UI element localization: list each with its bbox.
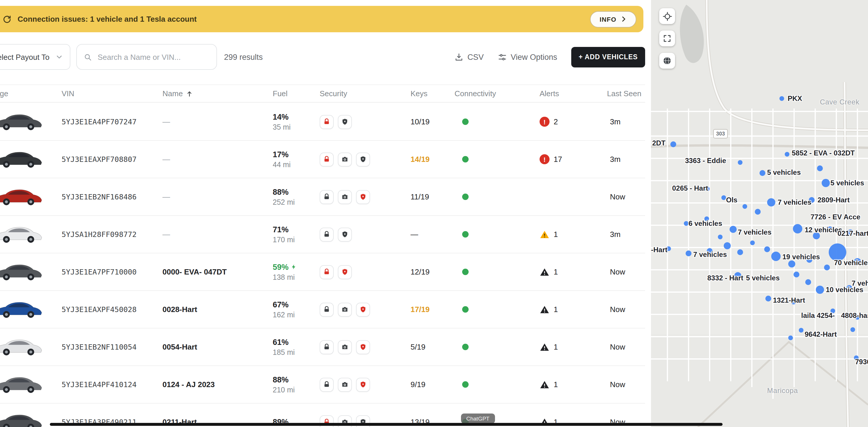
vehicle-cluster-dot[interactable] xyxy=(794,272,799,277)
vehicle-cluster-dot[interactable] xyxy=(788,261,795,268)
table-row[interactable]: 5YJ3E1EB2NF168486—88%252 mi11/19Now xyxy=(0,178,645,216)
lock-icon[interactable] xyxy=(320,152,334,166)
vehicle-cluster-dot[interactable] xyxy=(743,204,747,209)
info-button[interactable]: INFO xyxy=(590,11,636,27)
map-vehicle-label[interactable]: 4808-hart xyxy=(841,311,868,320)
vehicle-cluster-dot[interactable] xyxy=(805,279,811,285)
vehicle-cluster-dot[interactable] xyxy=(686,250,691,256)
map-vehicle-label[interactable]: 2809-Hart xyxy=(817,196,849,204)
map-vehicle-label[interactable]: 1321-Hart xyxy=(773,296,805,304)
lock-icon[interactable] xyxy=(320,115,334,129)
error-badge-icon: ! xyxy=(539,117,550,127)
map-vehicle-label[interactable]: 7930 xyxy=(855,358,868,366)
map-vehicle-label[interactable]: 12 vehicles xyxy=(805,226,842,234)
map-vehicle-label[interactable]: PKX xyxy=(788,94,802,103)
lock-icon[interactable] xyxy=(320,227,334,241)
sentry-icon[interactable] xyxy=(356,377,370,392)
map-vehicle-label[interactable]: 10 vehicles xyxy=(826,286,863,294)
map-vehicle-label[interactable]: 6 vehicles xyxy=(688,219,722,227)
map-vehicle-label[interactable]: 8332 - Hart xyxy=(707,274,743,282)
map-vehicle-label[interactable]: 7726 - EV Acce xyxy=(810,213,860,221)
map-vehicle-label[interactable]: 3363 - Eddie xyxy=(685,157,726,165)
vehicle-cluster-dot[interactable] xyxy=(765,296,771,302)
payout-select[interactable]: Select Payout To xyxy=(0,44,70,70)
map-vehicle-label[interactable]: 2DT xyxy=(652,139,665,147)
fullscreen-button[interactable] xyxy=(659,30,675,46)
add-vehicles-button[interactable]: + ADD VEHICLES xyxy=(571,47,645,67)
sentry-icon[interactable] xyxy=(356,302,370,316)
vehicle-cluster-dot[interactable] xyxy=(724,242,731,249)
column-name[interactable]: Name xyxy=(159,89,270,98)
map-vehicle-label[interactable]: 5 vehicles xyxy=(831,179,864,187)
camera-icon[interactable] xyxy=(338,340,352,354)
vehicle-cluster-dot[interactable] xyxy=(760,170,765,176)
vehicle-cluster-dot[interactable] xyxy=(850,327,855,332)
vehicle-cluster-dot[interactable] xyxy=(771,252,781,261)
map-vehicle-label[interactable]: laila 4254- xyxy=(801,311,835,320)
sentry-icon[interactable] xyxy=(338,227,352,241)
vehicle-cluster-dot[interactable] xyxy=(817,165,823,171)
vehicle-cluster-dot[interactable] xyxy=(785,152,789,157)
vehicle-cluster-dot[interactable] xyxy=(764,246,770,252)
sentry-icon[interactable] xyxy=(356,152,370,166)
map-vehicle-label[interactable]: 5 vehicles xyxy=(767,168,801,177)
vehicle-cluster-dot[interactable] xyxy=(779,96,784,101)
map-vehicle-label[interactable]: 0265 - Hart xyxy=(672,184,708,192)
table-row[interactable]: 5YJ3E1EB2NF1100540054-Hart61%185 mi5/191… xyxy=(0,329,645,366)
vehicle-cluster-dot[interactable] xyxy=(737,249,743,255)
vehicle-cluster-dot[interactable] xyxy=(824,265,830,270)
lock-icon[interactable] xyxy=(320,302,334,316)
sentry-icon[interactable] xyxy=(356,340,370,354)
csv-export-button[interactable]: CSV xyxy=(455,53,484,61)
sentry-icon[interactable] xyxy=(356,190,370,204)
camera-icon[interactable] xyxy=(338,377,352,392)
vehicle-cluster-dot[interactable] xyxy=(718,235,722,239)
vehicle-cluster-dot[interactable] xyxy=(767,198,775,207)
sentry-icon[interactable] xyxy=(338,115,352,129)
map-vehicle-label[interactable]: 70 vehicles xyxy=(834,259,868,267)
table-row[interactable]: 5YJSA1H28FF098772—71%170 mi—13m xyxy=(0,216,645,253)
vehicle-cluster-dot[interactable] xyxy=(829,243,846,261)
table-row[interactable]: 5YJ3E1EA4PF707247—14%35 mi10/19!23m xyxy=(0,103,645,141)
table-row[interactable]: 5YJ3E1EA4PF4101240124 - AJ 202388%210 mi… xyxy=(0,366,645,403)
vehicle-cluster-dot[interactable] xyxy=(799,328,804,333)
vehicle-cluster-dot[interactable] xyxy=(822,179,830,187)
vehicle-cluster-dot[interactable] xyxy=(750,241,755,245)
map-vehicle-label[interactable]: -Hart xyxy=(651,246,668,254)
map-vehicle-label[interactable]: 5 vehicles xyxy=(746,274,780,282)
map-vehicle-label[interactable]: 7 vehicles xyxy=(693,250,727,259)
horizontal-scrollbar-thumb[interactable] xyxy=(50,423,722,426)
map-pane[interactable]: 303 PKXCave Creek2DT5852 - EVA - 032DT33… xyxy=(651,0,868,427)
map-vehicle-label[interactable]: 5852 - EVA - 032DT xyxy=(792,149,855,157)
vehicle-cluster-dot[interactable] xyxy=(788,336,793,340)
table-row[interactable]: 5YJ3E1EA7PF7100000000- EVA- 047DT59%138 … xyxy=(0,253,645,291)
vehicle-cluster-dot[interactable] xyxy=(721,195,726,200)
vehicle-cluster-dot[interactable] xyxy=(816,286,824,294)
my-location-button[interactable] xyxy=(659,8,675,24)
map-vehicle-label[interactable]: 7 vehicles xyxy=(778,198,811,207)
map-vehicle-label[interactable]: 0217-hart xyxy=(837,229,868,238)
map-vehicle-label[interactable]: 9642-Hart xyxy=(805,330,837,338)
vehicle-cluster-dot[interactable] xyxy=(755,209,761,215)
camera-icon[interactable] xyxy=(338,302,352,316)
table-row[interactable]: 5YJ3E1EAXPF708807—17%44 mi14/19!173m xyxy=(0,141,645,178)
map-layers-globe-button[interactable] xyxy=(659,53,675,69)
search-input[interactable] xyxy=(96,52,209,62)
camera-icon[interactable] xyxy=(338,190,352,204)
map-vehicle-label[interactable]: 19 vehicles xyxy=(782,253,820,261)
vehicle-cluster-dot[interactable] xyxy=(793,224,802,234)
map-vehicle-label[interactable]: Ols xyxy=(726,196,738,204)
table-row[interactable]: 5YJ3E1EAXPF4500280028-Hart67%162 mi17/19… xyxy=(0,291,645,329)
vehicle-cluster-dot[interactable] xyxy=(670,141,676,147)
lock-icon[interactable] xyxy=(320,377,334,392)
vehicle-cluster-dot[interactable] xyxy=(730,226,737,233)
camera-icon[interactable] xyxy=(338,152,352,166)
view-options-button[interactable]: View Options xyxy=(498,53,557,61)
vehicle-cluster-dot[interactable] xyxy=(684,221,688,226)
lock-icon[interactable] xyxy=(320,265,334,279)
lock-icon[interactable] xyxy=(320,340,334,354)
sentry-icon[interactable] xyxy=(338,265,352,279)
vehicle-cluster-dot[interactable] xyxy=(738,160,743,165)
lock-icon[interactable] xyxy=(320,190,334,204)
map-vehicle-label[interactable]: 7 vehicles xyxy=(738,228,772,236)
